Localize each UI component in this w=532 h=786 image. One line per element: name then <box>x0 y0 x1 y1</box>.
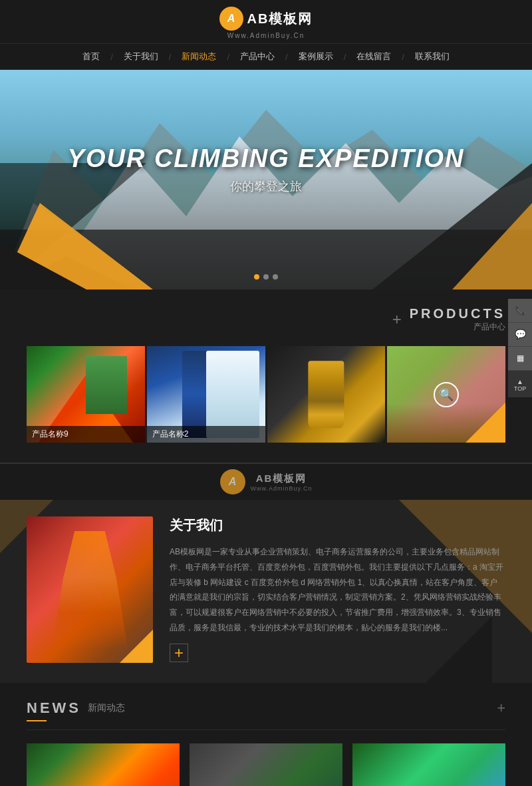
about-section: 关于我们 AB模板网是一家专业从事企业营销策划、电子商务运营服务的公司，主要业务… <box>0 500 532 683</box>
about-plus-button[interactable]: + <box>170 644 188 662</box>
product-item[interactable]: 产品名称9 <box>27 346 145 443</box>
products-title-en: PRODUCTS <box>410 306 505 321</box>
news-section: NEWS 新闻动态 + 08-28 户外露营的选择 首先是露营地的选择1，选择营… <box>0 683 532 786</box>
nav-item-products[interactable]: 产品中心 <box>229 44 285 69</box>
main-nav: 首页 / 关于我们 / 新闻动态 / 产品中心 / 案例展示 / 在线留言 / … <box>0 43 532 70</box>
nav-item-home[interactable]: 首页 <box>72 44 110 69</box>
search-overlay: 🔍 <box>387 346 505 443</box>
logo-area: A AB模板网 Www.AdminBuy.Cn <box>219 7 313 39</box>
about-right: 关于我们 AB模板网是一家专业从事企业营销策划、电子商务运营服务的公司，主要业务… <box>170 516 505 662</box>
product-name-1: 产品名称9 <box>27 426 145 443</box>
side-panel: 📞 💬 ▦ ▲ TOP <box>508 299 532 397</box>
watermark-section: A AB模板网 Www.AdminBuy.Cn <box>0 463 532 500</box>
nav-item-news[interactable]: 新闻动态 <box>171 44 227 69</box>
logo-name: AB模板网 <box>247 10 313 28</box>
hero-sub-title: 你的攀登之旅 <box>27 178 505 194</box>
chat-button[interactable]: 💬 <box>508 323 532 347</box>
qr-button[interactable]: ▦ <box>508 347 532 371</box>
nav-item-message[interactable]: 在线留言 <box>346 44 402 69</box>
logo-circle: A <box>219 7 243 31</box>
logo-subtitle: Www.AdminBuy.Cn <box>227 32 305 39</box>
news-img-wrap-3: 08-28 <box>352 743 505 786</box>
phone-button[interactable]: 📞 <box>508 299 532 323</box>
nav-item-about[interactable]: 关于我们 <box>113 44 169 69</box>
news-item-1[interactable]: 08-28 户外露营的选择 首先是露营地的选择1，选择营地要注意避免地质灾害容易… <box>27 743 180 786</box>
products-section: + PRODUCTS 产品中心 产品名称9 产品名称2 <box>0 290 532 463</box>
news-title-en: NEWS <box>27 699 81 717</box>
hero-main-title: YOUR CLIMBING EXPEDITION <box>27 144 505 172</box>
about-text: AB模板网是一家专业从事企业营销策划、电子商务运营服务的公司，主要业务包含精品网… <box>170 544 505 636</box>
news-item-3[interactable]: 08-28 露营必备物品大搜罗 帐篷：选择结构稳定、重量轻、抗风、防雨性能较强的… <box>352 743 505 786</box>
nav-item-cases[interactable]: 案例展示 <box>288 44 344 69</box>
header: A AB模板网 Www.AdminBuy.Cn <box>0 0 532 43</box>
news-title-cn: 新闻动态 <box>88 702 125 714</box>
news-item-2[interactable]: 08-28 春季自驾游要小心 做好充足预防准备 被出标号草颤子，是一种展观的小虫… <box>190 743 342 786</box>
about-title: 关于我们 <box>170 516 505 534</box>
hero-text-block: YOUR CLIMBING EXPEDITION 你的攀登之旅 <box>27 144 505 194</box>
products-plus-icon: + <box>392 310 402 329</box>
news-img-wrap-2: 08-28 <box>190 743 342 786</box>
about-left <box>27 516 153 663</box>
news-img-wrap-1: 08-28 <box>27 743 180 786</box>
product-item[interactable]: 产品名称2 <box>147 346 265 443</box>
nav-item-contact[interactable]: 联系我们 <box>404 44 460 69</box>
hero-dots <box>254 274 278 280</box>
news-header: NEWS 新闻动态 + <box>27 699 505 730</box>
top-button[interactable]: ▲ TOP <box>508 373 532 397</box>
news-plus-icon[interactable]: + <box>497 699 505 717</box>
news-grid: 08-28 户外露营的选择 首先是露营地的选择1，选择营地要注意避免地质灾害容易… <box>27 743 505 786</box>
products-title-cn: 产品中心 <box>410 321 505 333</box>
hero-banner: YOUR CLIMBING EXPEDITION 你的攀登之旅 <box>0 70 532 290</box>
product-item[interactable]: 🔍 <box>387 346 505 443</box>
product-item[interactable] <box>267 346 386 443</box>
products-grid: 产品名称9 产品名称2 <box>27 346 505 443</box>
product-name-2: 产品名称2 <box>147 426 265 443</box>
